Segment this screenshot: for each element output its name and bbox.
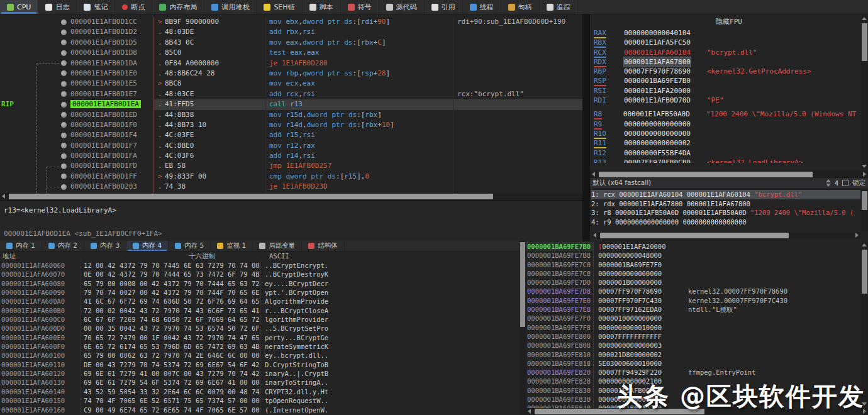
- lock-checkbox[interactable]: [842, 180, 849, 186]
- argument-row[interactable]: 4: r9 0000000000000000 0000000000000000: [591, 218, 860, 227]
- stack-row[interactable]: 0000001BA69FE8080000000000000003: [526, 341, 861, 350]
- disasm-row[interactable]: 000001E1AFB0D1F7.4C:8BE0mov r12,rax: [0, 141, 582, 151]
- dump-row[interactable]: 000001E1AFA600D000 00 35 0042 43 72 7970…: [0, 324, 520, 333]
- scroll-up-icon[interactable]: [862, 243, 867, 246]
- scroll-left-icon[interactable]: [2, 194, 5, 199]
- disasm-row[interactable]: 000001E1AFB0D1ED.44:8B38mov r15d,dword p…: [0, 110, 582, 120]
- stack-row[interactable]: 0000001BA69FE8185E03000600010000: [526, 359, 861, 368]
- dump-tab-locals[interactable]: 局部变量: [253, 241, 302, 251]
- arguments-hscrollbar[interactable]: [591, 232, 860, 239]
- register-row[interactable]: R110000000000000002: [594, 138, 859, 148]
- register-row[interactable]: R1300007FF970FB0CB0<kernel32.LoadLibrary…: [594, 158, 859, 163]
- register-row[interactable]: RAX0000000000040104: [594, 28, 859, 38]
- disasm-row[interactable]: RIP000001E1AFB0D1EA.41:FFD5call r13: [0, 99, 582, 109]
- spin-down-icon[interactable]: [826, 184, 831, 187]
- register-row[interactable]: RDX000001E1AFA67800: [594, 57, 859, 67]
- disasm-row[interactable]: 000001E1AFB0D1CC>8B9F 90000000mov ebx,dw…: [0, 17, 582, 27]
- scroll-left-icon[interactable]: [528, 409, 531, 414]
- disasm-row[interactable]: 000001E1AFB0D1FF>49:833F 00cmp qword ptr…: [0, 172, 582, 182]
- stack-row[interactable]: 0000001BA69FE810000021D800000002: [526, 350, 861, 359]
- scroll-left-icon[interactable]: [592, 172, 595, 177]
- registers-vscrollbar[interactable]: [861, 16, 868, 169]
- dump-tab-dump5[interactable]: 内存 5: [169, 241, 211, 251]
- tab-memory-map[interactable]: 内存布局: [152, 0, 204, 14]
- stack-row[interactable]: 0000001BA69FE7E000007FF970F7C430kernel32…: [526, 296, 861, 305]
- breakpoint-dot-icon[interactable]: [59, 79, 70, 89]
- disasm-row[interactable]: 000001E1AFB0D1D2.48:03DEadd rbx,rsi: [0, 27, 582, 37]
- registers-pane[interactable]: 隐藏FPU RAX0000000000040104RBX000001E1AFA5…: [590, 14, 868, 170]
- disassembly-hscrollbar[interactable]: [0, 193, 582, 200]
- hide-fpu-title[interactable]: 隐藏FPU: [590, 14, 868, 27]
- spin-up-icon[interactable]: [826, 179, 831, 182]
- register-row[interactable]: R1200000000F55BF4DA: [594, 148, 859, 158]
- dump-tab-dump3[interactable]: 内存 3: [84, 241, 126, 251]
- argument-row[interactable]: 3: r8 000001E1AFB50A0D 000001E1AFB50A0D …: [591, 208, 860, 218]
- register-row[interactable]: R100000000000000000: [594, 129, 859, 138]
- registers-hscrollbar[interactable]: [590, 170, 868, 178]
- dump-row[interactable]: 000001E1AFA6014043 52 59 5054 33 32 2E64…: [0, 387, 520, 396]
- arg-count-spinner[interactable]: [826, 179, 831, 187]
- dump-row[interactable]: 000001E1AFA600C06C 67 6F 7269 74 68 6D50…: [0, 315, 520, 324]
- tab-breakpoints[interactable]: 断点: [115, 0, 152, 14]
- scroll-down-icon[interactable]: [862, 402, 867, 406]
- tab-log[interactable]: 日志: [38, 0, 77, 14]
- scroll-right-icon[interactable]: [863, 409, 866, 414]
- breakpoint-dot-icon[interactable]: [59, 151, 70, 161]
- dump-pane[interactable]: 内存 1内存 2内存 3内存 4内存 5监视 1局部变量结构体 地址 十六进制 …: [0, 241, 520, 415]
- tab-seh[interactable]: SEH链: [257, 0, 302, 14]
- tab-notes[interactable]: 笔记: [77, 0, 115, 14]
- breakpoint-dot-icon[interactable]: [59, 27, 70, 37]
- register-row[interactable]: R8000001E1AFB50A0D"1200 2400 \"Mozilla/5…: [594, 109, 859, 119]
- stack-row[interactable]: 0000001BA69FE8380000000000000043: [526, 395, 861, 404]
- breakpoint-dot-icon[interactable]: [59, 182, 70, 192]
- breakpoint-dot-icon[interactable]: [59, 99, 70, 109]
- register-row[interactable]: R90000000000000000: [594, 119, 859, 129]
- disasm-row[interactable]: 000001E1AFB0D1DA.0F84 A0000000je 1E1AFB0…: [0, 58, 582, 69]
- breakpoint-dot-icon[interactable]: [59, 110, 70, 120]
- breakpoint-dot-icon[interactable]: [59, 69, 70, 79]
- disasm-row[interactable]: 000001E1AFB0D1D5.8B43 0Cmov eax,dword pt…: [0, 38, 582, 48]
- disasm-row[interactable]: 000001E1AFB0D1E5>8BC8mov ecx,eax: [0, 79, 582, 89]
- tab-source[interactable]: 源代码: [379, 0, 425, 14]
- stack-row[interactable]: 0000001BA69FE7F80000000000010000: [526, 323, 861, 332]
- disasm-row[interactable]: 000001E1AFB0D1F4.4C:03FEadd r15,rsi: [0, 130, 582, 140]
- stack-row[interactable]: 0000001BA69FE7D00000001B00000000: [526, 278, 861, 287]
- disasm-row[interactable]: 000001E1AFB0D203.74 38je 1E1AFB0D23D: [0, 182, 582, 192]
- tab-references[interactable]: 引用: [425, 0, 463, 14]
- breakpoint-dot-icon[interactable]: [59, 58, 70, 69]
- stack-row[interactable]: 0000001BA69FE7B0[000001E1AFA20000: [526, 242, 861, 251]
- disasm-row[interactable]: 000001E1AFB0D1E0.48:8B6C24 28mov rbp,qwo…: [0, 69, 582, 79]
- register-row[interactable]: RDI000001E1AFB0D70D"PE": [594, 96, 859, 105]
- disassembly-pane[interactable]: 000001E1AFB0D1CC>8B9F 90000000mov ebx,dw…: [0, 14, 586, 200]
- dump-row[interactable]: 000001E1AFA6009079 70 74 0027 00 42 4372…: [0, 288, 520, 297]
- stack-row[interactable]: 0000001BA69FE80000007FFFFFFFFFFF: [526, 332, 861, 341]
- stack-row[interactable]: 0000001BA69FE7C00000001BA69FE7F0: [526, 260, 861, 269]
- dump-row[interactable]: 000001E1AFA600A041 6C 67 6F72 69 74 686D…: [0, 297, 520, 306]
- disasm-row[interactable]: 000001E1AFB0D1FD.EB 58jmp 1E1AFB0D257: [0, 161, 582, 171]
- tab-call-stack[interactable]: 调用堆栈: [204, 0, 257, 14]
- disasm-row[interactable]: 000001E1AFB0D1FA.4C:03F6add r14,rsi: [0, 151, 582, 161]
- disasm-row[interactable]: 000001E1AFB0D1D8.85C0test eax,eax: [0, 48, 582, 58]
- stack-row[interactable]: 0000001BA69FE7F00000010000000000: [526, 314, 861, 323]
- calling-convention-select[interactable]: 默认 (x64 fastcall): [593, 179, 651, 187]
- stack-row[interactable]: 0000001BA69FE7D800007FF970F78690kernel32…: [526, 287, 861, 296]
- tab-threads[interactable]: 线程: [463, 0, 501, 14]
- scroll-left-icon[interactable]: [593, 233, 596, 238]
- disasm-row[interactable]: 000001E1AFB0D1F0.44:8B73 10mov r14d,dwor…: [0, 120, 582, 130]
- dump-row[interactable]: 000001E1AFA6012069 6E 61 7279 41 00 007C…: [0, 369, 520, 378]
- dump-row[interactable]: 000001E1AFA600F06E 65 72 6174 65 53 796D…: [0, 342, 520, 351]
- register-row[interactable]: RSI000001E1AFA20000: [594, 86, 859, 96]
- breakpoint-dot-icon[interactable]: [59, 38, 70, 48]
- disasm-row[interactable]: 000001E1AFB0D1E7.48:03CEadd rcx,rsircx:"…: [0, 89, 582, 99]
- tab-handles[interactable]: 句柄: [501, 0, 540, 14]
- dump-row[interactable]: 000001E1AFA6015074 70 4F 7065 6E 52 6571…: [0, 396, 520, 405]
- stack-row[interactable]: 0000001BA69FE8280000000000002100: [526, 377, 861, 385]
- dump-row[interactable]: 000001E1AFA6013069 6E 61 7279 54 6F 5374…: [0, 378, 520, 387]
- scroll-down-icon[interactable]: [862, 165, 867, 168]
- scroll-right-icon[interactable]: [863, 172, 866, 177]
- stack-row[interactable]: 0000001BA69FE7E800007FF97162EDA0ntdll."L…: [526, 305, 861, 314]
- tab-trace[interactable]: 追踪: [540, 0, 578, 14]
- dump-vscrollbar[interactable]: [520, 241, 526, 415]
- tab-script[interactable]: 脚本: [303, 0, 341, 14]
- dump-tab-struct[interactable]: 结构体: [302, 241, 345, 251]
